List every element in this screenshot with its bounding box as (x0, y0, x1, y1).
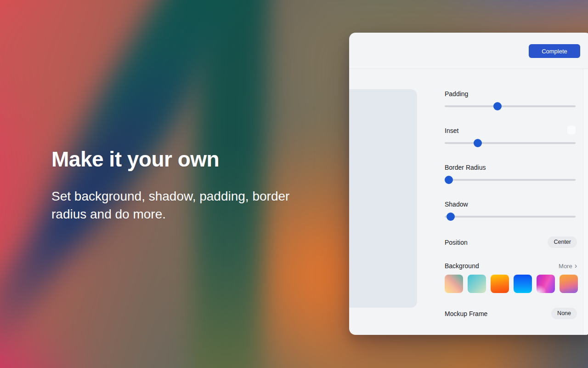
border-radius-slider[interactable] (445, 176, 576, 184)
inset-slider[interactable] (445, 139, 576, 147)
padding-slider[interactable] (445, 102, 576, 110)
hero-copy: Make it your own Set background, shadow,… (51, 148, 345, 224)
inset-slider-track[interactable] (445, 142, 576, 144)
border-radius-slider-track[interactable] (445, 179, 576, 181)
preview-placeholder (349, 89, 417, 308)
shadow-slider[interactable] (445, 213, 576, 221)
background-swatch-peach-teal[interactable] (445, 275, 463, 293)
position-row: Position Center (445, 236, 577, 248)
inset-checkbox[interactable] (567, 126, 576, 134)
border-radius-control: Border Radius (445, 164, 576, 186)
panel-body: Padding Inset Border Radius (349, 69, 588, 335)
background-swatch-magenta-swirl[interactable] (537, 275, 555, 293)
chevron-right-icon: › (575, 262, 577, 270)
more-label: More (559, 263, 572, 270)
padding-label: Padding (445, 90, 576, 98)
complete-button[interactable]: Complete (529, 44, 580, 58)
shadow-slider-thumb[interactable] (447, 213, 455, 221)
background-more-link[interactable]: More › (559, 262, 577, 270)
shadow-control: Shadow (445, 201, 576, 223)
hero-subtitle: Set background, shadow, padding, border … (51, 188, 318, 223)
padding-slider-thumb[interactable] (493, 102, 502, 110)
padding-control: Padding (445, 90, 576, 112)
panel-header: Complete (349, 33, 588, 69)
mockup-frame-label: Mockup Frame (445, 310, 487, 317)
border-radius-label: Border Radius (445, 164, 576, 171)
background-label: Background (445, 262, 479, 270)
shadow-slider-track[interactable] (445, 216, 576, 218)
hero-title: Make it your own (51, 148, 345, 170)
position-value-pill[interactable]: Center (548, 236, 577, 248)
mockup-frame-row: Mockup Frame None (445, 308, 577, 319)
inset-control: Inset (445, 127, 576, 149)
controls-column: Padding Inset Border Radius (445, 69, 577, 335)
background-swatch-orange-violet[interactable] (560, 275, 578, 293)
background-swatch-blue-cyan[interactable] (514, 275, 532, 293)
background-header-row: Background More › (445, 262, 577, 270)
background-swatch-cyan-lime[interactable] (468, 275, 486, 293)
border-radius-slider-thumb[interactable] (445, 176, 453, 184)
inset-label: Inset (445, 127, 576, 134)
mockup-frame-value-pill[interactable]: None (551, 308, 577, 319)
background-swatch-yellow-orange[interactable] (491, 275, 509, 293)
padding-slider-track[interactable] (445, 105, 576, 107)
shadow-label: Shadow (445, 201, 576, 208)
position-label: Position (445, 239, 468, 246)
background-swatches (445, 275, 578, 293)
customize-panel: Complete Padding Inset Borde (349, 33, 588, 335)
scrollbar-gutter (583, 69, 588, 335)
inset-slider-thumb[interactable] (474, 139, 482, 147)
